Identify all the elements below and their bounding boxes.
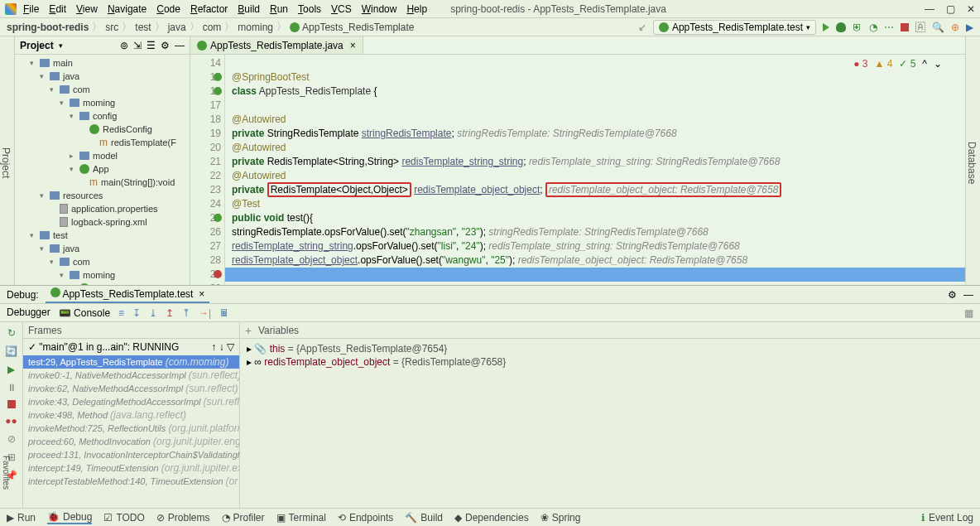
breadcrumb-item[interactable]: AppTests_RedisTemplate xyxy=(290,22,414,33)
evaluate-icon[interactable]: 🖩 xyxy=(219,307,229,319)
hide-icon[interactable]: — xyxy=(963,289,973,301)
menu-window[interactable]: Window xyxy=(357,2,402,17)
chevron-up-icon[interactable]: ^ xyxy=(922,58,927,70)
toolwindow-spring[interactable]: ❀Spring xyxy=(540,511,581,524)
tree-node[interactable]: ▾resources xyxy=(15,189,190,202)
weak-warning-indicator[interactable]: ✓ 5 xyxy=(899,58,915,70)
menu-run[interactable]: Run xyxy=(265,2,293,17)
variable-row[interactable]: ▸ 📎 this = {AppTests_RedisTemplate@7654} xyxy=(247,342,973,355)
menu-tools[interactable]: Tools xyxy=(293,2,326,17)
breadcrumb-item[interactable]: test xyxy=(135,22,151,33)
tab-close-icon[interactable]: × xyxy=(347,40,356,51)
locale-icon[interactable]: 🇦 xyxy=(915,22,925,33)
step-out-icon[interactable]: ↥ xyxy=(166,307,174,319)
toolwindow-profiler[interactable]: ◔Profiler xyxy=(222,511,265,524)
prev-frame-icon[interactable]: ↑ xyxy=(211,341,216,353)
stop-icon[interactable] xyxy=(901,23,909,31)
profile-icon[interactable]: ◔ xyxy=(869,22,877,33)
rail-database[interactable]: Database xyxy=(966,142,978,184)
chevron-down-icon[interactable]: ▾ xyxy=(59,41,63,50)
maximize-icon[interactable]: ▢ xyxy=(946,3,955,15)
tree-node[interactable]: ▾com xyxy=(15,255,190,268)
variable-row[interactable]: ▸ ∞ redisTemplate_object_object = {Redis… xyxy=(247,355,973,369)
stack-frame[interactable]: invokeMethod:725, ReflectionUtils (org.j… xyxy=(23,422,239,435)
code-body[interactable]: ● 3 ▲ 4 ✓ 5 ^ ⌄ @SpringBootTestclass App… xyxy=(225,55,965,285)
breakpoints-icon[interactable]: ●● xyxy=(5,415,17,427)
toolwindow-endpoints[interactable]: ⟲Endpoints xyxy=(338,511,393,524)
breadcrumb-item[interactable]: spring-boot-redis xyxy=(7,22,89,33)
resume-icon[interactable]: ▶ xyxy=(7,364,15,375)
tree-node[interactable]: ▾test xyxy=(15,229,190,242)
gear-icon[interactable]: ⚙ xyxy=(161,40,170,51)
attach-icon[interactable]: ⋯ xyxy=(884,22,894,33)
coverage-icon[interactable]: ⛨ xyxy=(853,22,862,33)
menu-help[interactable]: Help xyxy=(401,2,432,17)
debug-run-tab[interactable]: AppTests_RedisTemplate.test × xyxy=(46,286,209,303)
filter-icon[interactable]: ▽ xyxy=(227,341,234,353)
menu-vcs[interactable]: VCS xyxy=(326,2,357,17)
warning-indicator[interactable]: ▲ 4 xyxy=(874,58,892,70)
mute-breakpoints-icon[interactable]: ⊘ xyxy=(7,433,16,445)
toolwindow-debug[interactable]: 🐞Debug xyxy=(47,511,92,524)
rail-favorites[interactable]: Favorites xyxy=(2,456,11,490)
menu-file[interactable]: File xyxy=(18,2,44,17)
stack-frame[interactable]: interceptTestableMethod:140, TimeoutExte… xyxy=(23,475,239,488)
gutter[interactable]: 1415161718192021222324252627282930 xyxy=(190,55,225,285)
step-into-icon[interactable]: ↧ xyxy=(132,307,141,319)
drop-frame-icon[interactable]: ⤒ xyxy=(182,307,190,319)
stack-frame[interactable]: invoke0:-1, NativeMethodAccessorImpl (su… xyxy=(23,369,239,382)
menu-view[interactable]: View xyxy=(71,2,103,17)
frames-list[interactable]: test:29, AppTests_RedisTemplate (com.mom… xyxy=(23,355,239,508)
rerun-debug-icon[interactable]: 🔄 xyxy=(5,345,17,357)
menu-refactor[interactable]: Refactor xyxy=(185,2,233,17)
rerun-icon[interactable]: ↻ xyxy=(7,327,16,339)
menu-build[interactable]: Build xyxy=(233,2,265,17)
more-icon[interactable]: ▶ xyxy=(966,22,973,33)
layout-icon[interactable]: ▦ xyxy=(964,307,973,319)
menu-code[interactable]: Code xyxy=(151,2,185,17)
nav-back-icon[interactable]: ↙ xyxy=(638,22,646,33)
toolwindow-dependencies[interactable]: ◆Dependencies xyxy=(454,511,529,524)
editor-tab[interactable]: AppTests_RedisTemplate.java × xyxy=(190,36,363,54)
stack-frame[interactable]: invoke:43, DelegatingMethodAccessorImpl … xyxy=(23,395,239,408)
collapse-icon[interactable]: ☰ xyxy=(147,40,156,51)
rail-project[interactable]: Project xyxy=(0,147,12,178)
chevron-down-icon[interactable]: ⌄ xyxy=(934,58,942,70)
breadcrumb-item[interactable]: moming xyxy=(238,22,273,33)
run-icon[interactable] xyxy=(823,23,829,31)
stack-frame[interactable]: proceed:131, InvocationInterceptorChain$… xyxy=(23,448,239,461)
tree-node[interactable]: ▾java xyxy=(15,242,190,255)
tree-node[interactable]: mmain(String[]):void xyxy=(15,176,190,189)
toolwindow-terminal[interactable]: ▣Terminal xyxy=(276,511,326,524)
menu-navigate[interactable]: Navigate xyxy=(103,2,151,17)
breadcrumb-item[interactable]: com xyxy=(203,22,222,33)
target-icon[interactable]: ⊚ xyxy=(120,40,128,51)
toolwindow-build[interactable]: 🔨Build xyxy=(405,511,443,524)
tree-node[interactable]: ▾main xyxy=(15,56,190,70)
error-indicator[interactable]: ● 3 xyxy=(853,58,867,70)
tree-node[interactable]: ▾com xyxy=(15,83,190,96)
toolwindow-problems[interactable]: ⊘Problems xyxy=(156,511,210,524)
vcs-icon[interactable]: ⊕ xyxy=(951,22,959,33)
code-area[interactable]: 1415161718192021222324252627282930 ● 3 ▲… xyxy=(190,55,965,285)
stack-frame[interactable]: test:29, AppTests_RedisTemplate (com.mom… xyxy=(23,355,239,369)
tree-node[interactable]: RedisConfig xyxy=(15,123,190,136)
stack-frame[interactable]: proceed:60, MethodInvocation (org.junit.… xyxy=(23,435,239,448)
search-icon[interactable]: 🔍 xyxy=(932,22,944,33)
debug-icon[interactable] xyxy=(836,22,846,32)
tree-node[interactable]: ▸model xyxy=(15,149,190,162)
stack-frame[interactable]: invoke:62, NativeMethodAccessorImpl (sun… xyxy=(23,382,239,395)
tree-node[interactable]: ▾config xyxy=(15,109,190,123)
tree-node[interactable]: ▾java xyxy=(15,70,190,83)
frames-thread-row[interactable]: ✓ "main"@1 in g...ain": RUNNING ↑ ↓ ▽ xyxy=(23,339,239,355)
minimize-icon[interactable]: — xyxy=(925,3,934,15)
debug-tab-debugger[interactable]: Debugger xyxy=(7,306,50,320)
expand-icon[interactable]: ⇲ xyxy=(133,40,142,51)
step-over-icon[interactable]: ≡ xyxy=(118,307,124,319)
stop-debug-icon[interactable] xyxy=(7,400,16,408)
toolwindow-todo[interactable]: ☑TODO xyxy=(103,511,144,524)
tree-node[interactable]: ▾App xyxy=(15,162,190,176)
stack-frame[interactable]: invoke:498, Method (java.lang.reflect) xyxy=(23,408,239,422)
variables-body[interactable]: ▸ 📎 this = {AppTests_RedisTemplate@7654}… xyxy=(240,339,980,508)
tree-node[interactable]: ▾moming xyxy=(15,268,190,282)
